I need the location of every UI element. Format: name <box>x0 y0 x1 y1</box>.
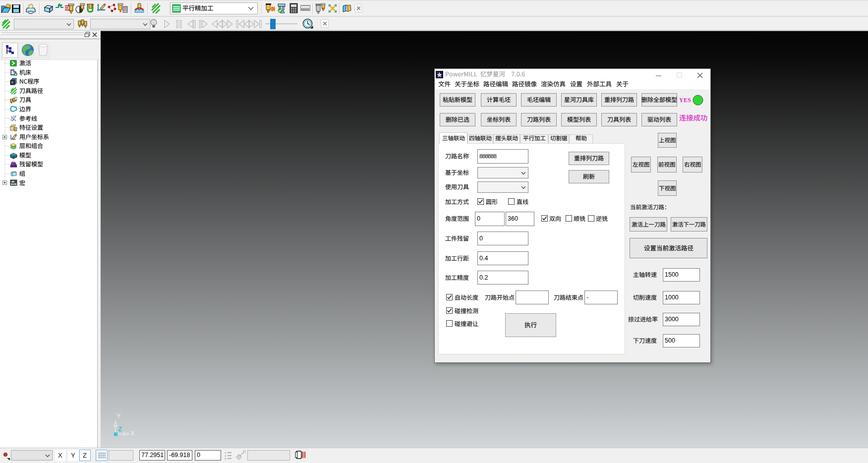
svg-text:X: X <box>130 429 135 437</box>
svg-text:Y: Y <box>116 412 121 419</box>
svg-text:z: z <box>225 457 226 460</box>
svg-text:Z: Z <box>118 425 122 433</box>
